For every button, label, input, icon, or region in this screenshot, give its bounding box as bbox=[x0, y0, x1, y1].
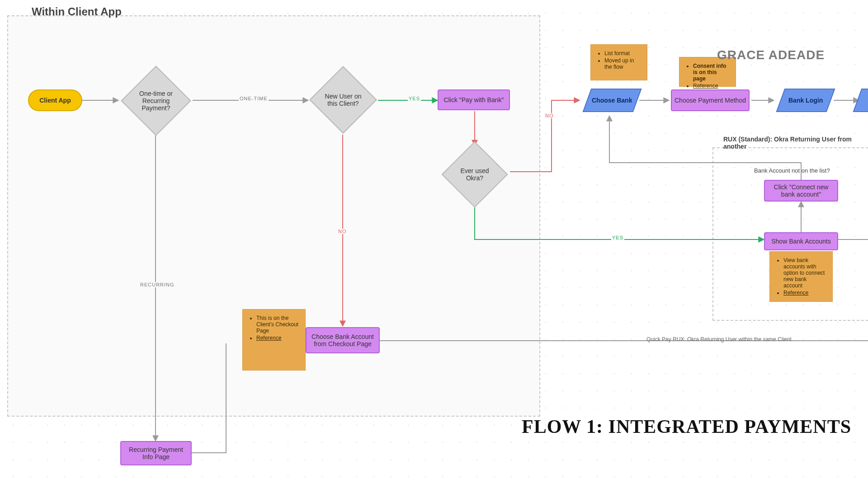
note-choose-bank: List format Moved up in the flow bbox=[590, 44, 647, 80]
note-choose-bank-1: List format bbox=[604, 50, 641, 56]
node-connect-new-bank[interactable]: Click "Connect new bank account" bbox=[764, 180, 838, 202]
node-choose-from-checkout-label: Choose Bank Account from Checkout Page bbox=[309, 333, 376, 347]
edge-label-okra-no: NO bbox=[544, 113, 555, 118]
label-quickpay: Quick Pay RUX: Okra Returning User withi… bbox=[646, 336, 792, 343]
note-checkout-page-ref: Reference bbox=[256, 335, 281, 341]
node-bank-login-label: Bank Login bbox=[788, 97, 823, 104]
note-choose-bank-2: Moved up in the flow bbox=[604, 57, 641, 70]
edge-label-okra-yes: YES bbox=[611, 235, 624, 240]
note-checkout-page-1: This is on the Client's Checkout Page bbox=[256, 315, 299, 334]
node-ever-used-okra-label: Ever used Okra? bbox=[455, 167, 495, 182]
note-consent-ref: Reference bbox=[693, 83, 718, 89]
edge-label-recurring: RECURRING bbox=[139, 282, 175, 287]
group-title-rux: RUX (Standard): Okra Returning User from… bbox=[723, 136, 868, 150]
edge-label-new-user-yes: YES bbox=[408, 96, 421, 101]
node-pay-with-bank[interactable]: Click "Pay with Bank" bbox=[438, 89, 510, 110]
overlay-flow-title: FLOW 1: INTEGRATED PAYMENTS bbox=[522, 416, 851, 437]
node-new-user-label: New User on this Client? bbox=[323, 93, 363, 107]
node-connect-new-bank-label: Click "Connect new bank account" bbox=[768, 183, 835, 198]
node-recurring-info-label: Recurring Payment Info Page bbox=[124, 446, 188, 460]
note-accounts: View bank accounts with option to connec… bbox=[769, 251, 833, 302]
overlay-author-name: GRACE ADEADE bbox=[717, 48, 825, 62]
node-choose-from-checkout[interactable]: Choose Bank Account from Checkout Page bbox=[306, 327, 380, 353]
node-choose-bank-label: Choose Bank bbox=[592, 97, 632, 104]
note-checkout-page: This is on the Client's Checkout Page Re… bbox=[242, 309, 306, 371]
edge-label-one-time: ONE-TIME bbox=[239, 96, 269, 101]
node-bank-login[interactable]: Bank Login bbox=[776, 89, 835, 112]
node-client-app[interactable]: Client App bbox=[28, 89, 82, 111]
node-payment-type-label: One-time or Recurring Payment? bbox=[135, 90, 177, 112]
note-consent-1: Consent info is on this page bbox=[693, 63, 726, 82]
note-accounts-ref: Reference bbox=[783, 290, 808, 296]
node-show-bank-accounts-label: Show Bank Accounts bbox=[771, 238, 831, 245]
label-bank-not-listed: Bank Account not on the list? bbox=[754, 167, 830, 174]
node-show-bank-accounts[interactable]: Show Bank Accounts bbox=[764, 232, 838, 250]
note-accounts-1: View bank accounts with option to connec… bbox=[783, 257, 826, 289]
node-recurring-info[interactable]: Recurring Payment Info Page bbox=[120, 441, 192, 465]
group-title-client-app: Within Client App bbox=[32, 5, 122, 18]
node-choose-bank[interactable]: Choose Bank bbox=[583, 89, 642, 112]
edge-label-new-user-no: NO bbox=[337, 229, 348, 234]
node-client-app-label: Client App bbox=[39, 97, 71, 104]
node-choose-payment-method-label: Choose Payment Method bbox=[675, 97, 746, 104]
node-pay-with-bank-label: Click "Pay with Bank" bbox=[444, 96, 504, 103]
node-choose-payment-method[interactable]: Choose Payment Method bbox=[671, 89, 750, 111]
